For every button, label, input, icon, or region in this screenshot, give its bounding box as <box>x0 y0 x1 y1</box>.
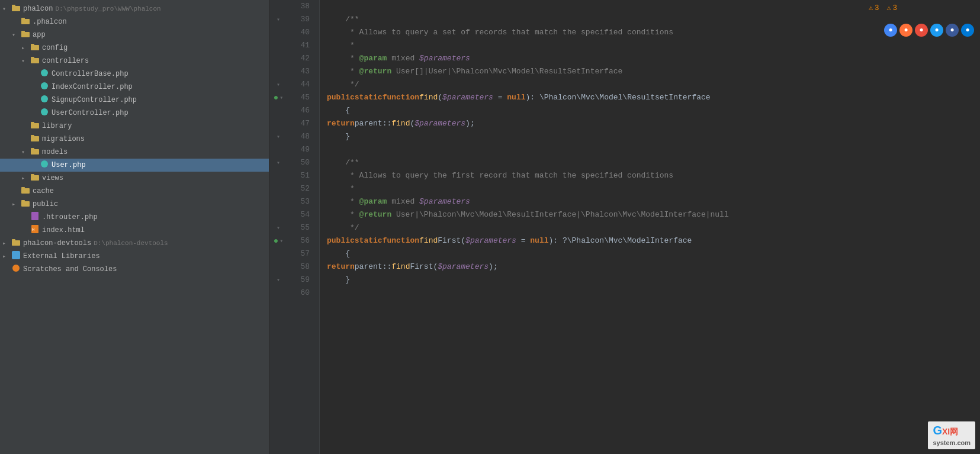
sidebar-item-controllers-folder[interactable]: ▾controllers <box>0 54 269 67</box>
tree-icon-php-teal <box>39 108 50 118</box>
line-num-59: 59 <box>287 273 314 286</box>
coverage-icon: ● <box>274 236 278 246</box>
safari-icon[interactable]: ● <box>930 24 943 37</box>
sidebar-item-htrouter[interactable]: .htrouter.php <box>0 211 269 224</box>
svg-rect-7 <box>31 44 34 46</box>
tree-icon-html: H <box>30 225 40 236</box>
sidebar-item-app-folder[interactable]: ▾app <box>0 28 269 41</box>
code-line-40: * Allows to query a set of records that … <box>327 26 980 39</box>
code-line-46: { <box>327 104 980 117</box>
firefox-icon[interactable]: ● <box>899 24 912 37</box>
edge-icon[interactable]: ● <box>961 24 974 37</box>
sidebar-item-phalcon-devtools[interactable]: ▸phalcon-devtoolsD:\phalcon-devtools <box>0 237 269 250</box>
tree-icon-php-teal <box>39 95 50 105</box>
warning-number: 3 <box>875 4 879 12</box>
sidebar-item-views-folder[interactable]: ▸views <box>0 172 269 185</box>
gutter-line-47 <box>269 117 287 130</box>
sidebar-item-User-php[interactable]: User.php <box>0 159 269 172</box>
warning-icon: ⚠ <box>869 4 873 12</box>
svg-rect-23 <box>21 188 30 194</box>
line-num-53: 53 <box>287 195 314 208</box>
warning-number2: 3 <box>893 4 897 12</box>
line-num-52: 52 <box>287 182 314 195</box>
fold-icon[interactable]: ▾ <box>277 16 280 23</box>
ie-icon[interactable]: ● <box>946 24 959 37</box>
tree-icon-folder-open <box>30 56 40 66</box>
line-num-42: 42 <box>287 52 314 65</box>
gutter-line-41 <box>269 39 287 52</box>
sidebar-item-public-folder[interactable]: ▸public <box>0 198 269 211</box>
svg-rect-21 <box>31 175 39 181</box>
sidebar-item-IndexController[interactable]: IndexController.php <box>0 81 269 94</box>
sidebar-item-models-folder[interactable]: ▾models <box>0 146 269 159</box>
tree-label: app <box>33 31 46 39</box>
tree-arrow: ▾ <box>21 57 30 65</box>
gutter-line-40 <box>269 26 287 39</box>
fold-icon[interactable]: ▾ <box>279 94 283 101</box>
svg-rect-25 <box>21 201 30 207</box>
code-line-43: * @return User[]|User|\Phalcon\Mvc\Model… <box>327 65 980 78</box>
fold-icon[interactable]: ▾ <box>277 159 280 166</box>
gutter-line-60 <box>269 286 287 300</box>
sidebar-item-cache-folder[interactable]: cache <box>0 185 269 198</box>
gutter-line-52 <box>269 182 287 195</box>
line-num-54: 54 <box>287 208 314 221</box>
line-num-46: 46 <box>287 104 314 117</box>
fold-icon[interactable]: ▾ <box>277 276 280 284</box>
sidebar-item-migrations-folder[interactable]: migrations <box>0 133 269 146</box>
svg-rect-4 <box>21 32 30 37</box>
fold-icon[interactable]: ▾ <box>277 81 280 88</box>
svg-rect-17 <box>31 135 34 137</box>
sidebar-item-phalcon-root[interactable]: ▾phalconD:\phpstudy_pro\WWW\phalcon <box>0 2 269 15</box>
svg-rect-15 <box>31 122 34 124</box>
tree-arrow: ▾ <box>21 149 30 156</box>
code-line-47: return parent::find($parameters); <box>327 117 980 130</box>
opera-icon[interactable]: ● <box>915 24 928 37</box>
code-line-52: * <box>327 182 980 195</box>
line-num-60: 60 <box>287 286 314 300</box>
svg-rect-19 <box>31 148 34 150</box>
sidebar-item-SignupController[interactable]: SignupController.php <box>0 94 269 107</box>
gutter-line-57 <box>269 247 287 260</box>
tree-icon-folder-open <box>20 30 31 40</box>
watermark-brand: G <box>933 424 942 437</box>
code-line-54: * @return User|\Phalcon\Mvc\Model\Result… <box>327 208 980 221</box>
gutter-line-39: ▾ <box>269 13 287 26</box>
line-num-56: 56 <box>287 234 314 247</box>
sidebar-item-index-html[interactable]: Hindex.html <box>0 224 269 237</box>
svg-rect-24 <box>21 187 25 189</box>
gutter-line-51 <box>269 169 287 182</box>
line-num-40: 40 <box>287 26 314 39</box>
sidebar-item-UserController[interactable]: UserController.php <box>0 107 269 120</box>
tree-icon-php-teal <box>39 82 50 92</box>
line-num-55: 55 <box>287 221 314 234</box>
tree-label: phalcon <box>23 5 53 13</box>
chrome-icon[interactable]: ● <box>884 24 897 37</box>
fold-icon[interactable]: ▾ <box>279 237 283 244</box>
line-numbers: 3839404142434445464748495051525354555657… <box>287 0 320 454</box>
tree-icon-folder-open <box>30 147 40 157</box>
line-num-50: 50 <box>287 156 314 169</box>
code-line-44: */ <box>327 78 980 91</box>
gutter-line-42 <box>269 52 287 65</box>
gutter-line-44: ▾ <box>269 78 287 91</box>
line-num-45: 45 <box>287 91 314 104</box>
sidebar-item-config-folder[interactable]: ▸config <box>0 41 269 54</box>
svg-rect-1 <box>12 5 15 7</box>
code-line-45: public static function find($parameters … <box>327 91 980 104</box>
watermark-text2: 网 <box>950 427 958 436</box>
sidebar-item-scratches[interactable]: Scratches and Consoles <box>0 263 269 276</box>
sidebar-item-ext-lib[interactable]: ▸External Libraries <box>0 250 269 263</box>
tree-arrow: ▸ <box>21 175 30 182</box>
tree-arrow: ▾ <box>2 5 11 12</box>
sidebar-item-ControllerBase[interactable]: ControllerBase.php <box>0 67 269 81</box>
svg-rect-5 <box>21 31 25 33</box>
gutter-line-45: ● ▾ <box>269 91 287 104</box>
watermark: GXI网 system.com <box>928 421 975 449</box>
fold-icon[interactable]: ▾ <box>277 224 280 231</box>
code-area: ▾▾● ▾▾▾▾● ▾▾ 383940414243444546474849505… <box>269 0 980 454</box>
fold-icon[interactable]: ▾ <box>277 133 280 140</box>
svg-rect-2 <box>21 19 30 24</box>
sidebar-item-phalcon-folder[interactable]: .phalcon <box>0 15 269 28</box>
sidebar-item-library-folder[interactable]: library <box>0 120 269 133</box>
